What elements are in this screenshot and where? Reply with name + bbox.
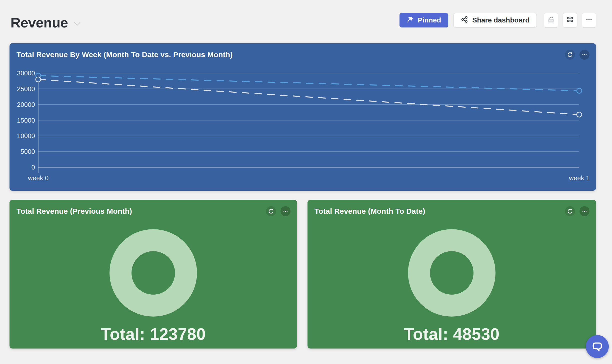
card-title: Total Revenue (Month To Date) <box>314 207 565 215</box>
y-tick-label: 5000 <box>20 148 35 155</box>
more-options-button[interactable] <box>582 13 596 27</box>
total-value: Total: 123780 <box>10 325 297 344</box>
y-tick-label: 0 <box>32 164 35 171</box>
ellipsis-icon <box>585 16 593 25</box>
refresh-button[interactable] <box>565 206 575 216</box>
card-title: Total Revenue By Week (Month To Date vs.… <box>16 50 565 59</box>
refresh-button[interactable] <box>266 206 276 216</box>
card-menu-button[interactable] <box>280 206 290 216</box>
x-tick-label: week 1 <box>569 174 590 182</box>
donut-card-month-to-date: Total Revenue (Month To Date) Total: 485… <box>308 200 596 349</box>
card-title: Total Revenue (Previous Month) <box>16 207 266 215</box>
y-tick-label: 15000 <box>17 117 35 124</box>
y-tick-label: 10000 <box>17 132 35 140</box>
pinned-button[interactable]: Pinned <box>400 13 448 27</box>
y-tick-label: 25000 <box>17 85 35 93</box>
series-line-month-to-date <box>38 76 579 91</box>
card-menu-button[interactable] <box>580 50 590 60</box>
share-icon <box>461 16 468 25</box>
card-menu-button[interactable] <box>580 206 590 216</box>
donut-card-previous-month: Total Revenue (Previous Month) Total: 12… <box>10 200 297 349</box>
pinned-button-label: Pinned <box>418 16 441 24</box>
donut-chart[interactable] <box>408 229 496 317</box>
unlock-button[interactable] <box>544 13 558 27</box>
fullscreen-button[interactable] <box>563 13 577 27</box>
data-point-marker[interactable] <box>577 88 582 93</box>
series-line-previous-month <box>38 79 579 115</box>
page-title: Revenue <box>10 14 68 31</box>
x-tick-label: week 0 <box>28 174 48 182</box>
unlock-icon <box>547 16 555 25</box>
data-point-marker[interactable] <box>577 112 582 117</box>
refresh-button[interactable] <box>565 50 575 60</box>
header-actions: Pinned Share dashboard <box>400 13 596 27</box>
chat-bubble-icon <box>591 340 603 353</box>
y-tick-label: 20000 <box>17 101 35 108</box>
dashboard-page: Revenue Pinned Share dashbo <box>0 0 612 364</box>
pin-icon <box>407 16 414 25</box>
chevron-down-icon[interactable] <box>74 21 81 26</box>
dashboard-header: Revenue Pinned Share dashbo <box>0 0 612 43</box>
line-chart-card: 050001000015000200002500030000week 0week… <box>10 43 596 191</box>
total-value: Total: 48530 <box>308 325 596 344</box>
line-chart[interactable]: 050001000015000200002500030000week 0week… <box>10 43 596 191</box>
fullscreen-icon <box>566 16 574 25</box>
chat-launcher-button[interactable] <box>586 335 609 358</box>
data-point-marker[interactable] <box>36 77 41 82</box>
donut-chart[interactable] <box>110 229 197 317</box>
share-dashboard-button[interactable]: Share dashboard <box>454 13 537 27</box>
y-tick-label: 30000 <box>17 69 35 77</box>
share-dashboard-label: Share dashboard <box>472 16 530 24</box>
